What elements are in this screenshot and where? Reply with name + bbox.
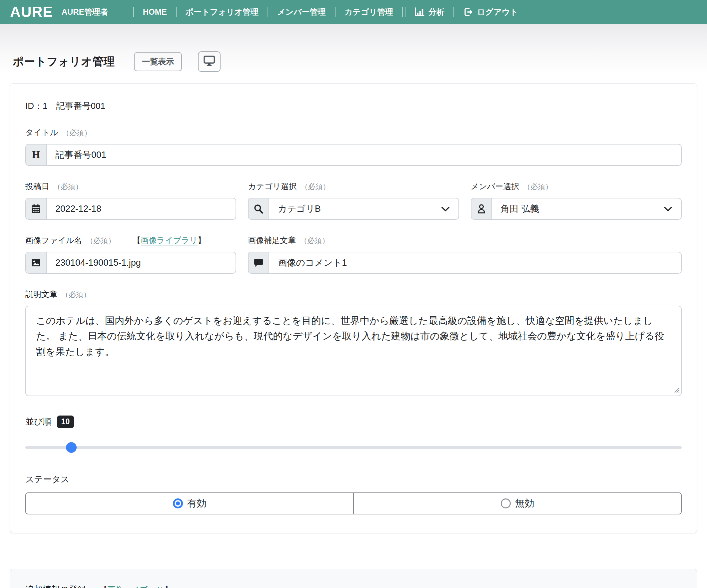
required-badge: （必須）	[53, 182, 82, 192]
bracket: 】	[164, 585, 172, 588]
title-label-text: タイトル	[25, 127, 58, 138]
bracket: 【	[133, 236, 141, 245]
post-date-label: 投稿日 （必須）	[25, 181, 236, 192]
required-badge: （必須）	[523, 182, 552, 192]
member-field: メンバー選択 （必須） 角田 弘義	[471, 181, 682, 220]
preview-button[interactable]	[198, 51, 221, 72]
post-date-input[interactable]	[47, 198, 236, 219]
sort-order-value-badge: 10	[57, 415, 74, 428]
member-label: メンバー選択 （必須）	[471, 181, 682, 192]
image-file-input-group	[25, 252, 236, 274]
category-label-text: カテゴリ選択	[248, 181, 297, 192]
title-input-group: H	[25, 144, 682, 166]
image-library-link[interactable]: 画像ライブラリ	[141, 236, 198, 245]
nav-divider	[453, 7, 454, 17]
nav-item-analytics[interactable]: 分析	[414, 7, 444, 17]
nav-divider	[268, 7, 268, 17]
sort-order-slider[interactable]	[25, 442, 682, 453]
nav-item-portfolio[interactable]: ポートフォリオ管理	[186, 7, 259, 17]
nav-divider	[405, 7, 405, 17]
admin-user-label: AURE管理者	[62, 7, 108, 17]
member-select-group: 角田 弘義	[471, 198, 682, 220]
image-file-label: 画像ファイル名 （必須） 【画像ライブラリ】	[25, 235, 236, 246]
bar-chart-icon	[414, 7, 425, 17]
description-label-text: 説明文章	[25, 289, 57, 300]
required-badge: （必須）	[301, 182, 330, 192]
bracket: 【	[100, 585, 108, 588]
image-caption-input[interactable]	[269, 252, 681, 273]
order-slider-thumb[interactable]	[66, 442, 77, 453]
description-field: 説明文章 （必須） このホテルは、国内外から多くのゲストをお迎えすることを目的に…	[25, 289, 682, 396]
description-textarea[interactable]: このホテルは、国内外から多くのゲストをお迎えすることを目的に、世界中から厳選した…	[25, 306, 682, 396]
heading-icon: H	[26, 145, 47, 165]
person-icon	[471, 198, 492, 219]
page-title: ポートフォリオ管理	[13, 54, 114, 69]
nav-divider	[335, 7, 336, 17]
extra-info-label: 追加情報の登録	[25, 584, 86, 588]
description-label: 説明文章 （必須）	[25, 289, 682, 300]
nav-analytics-label: 分析	[429, 7, 444, 17]
portfolio-form-card: ID：1 記事番号001 タイトル （必須） H 投稿日 （必須）	[10, 83, 697, 534]
member-select[interactable]: 角田 弘義	[492, 198, 681, 219]
logout-icon	[463, 7, 473, 17]
image-library-link-wrap: 【画像ライブラリ】	[133, 235, 206, 246]
status-label: ステータス	[25, 474, 682, 485]
category-label: カテゴリ選択 （必須）	[248, 181, 459, 192]
radio-selected-icon	[173, 499, 183, 508]
calendar-icon	[26, 198, 47, 219]
status-radio-group: 有効 無効	[25, 492, 682, 514]
sort-order-label: 並び順	[25, 416, 52, 428]
monitor-icon	[203, 55, 215, 68]
extra-image-library-link[interactable]: 画像ライブラリ	[108, 585, 165, 588]
title-field-label: タイトル （必須）	[25, 127, 682, 138]
required-badge: （必須）	[300, 236, 329, 246]
image-fields-row: 画像ファイル名 （必須） 【画像ライブラリ】 画像補足文章 （必須）	[25, 235, 682, 274]
member-selected-value: 角田 弘義	[501, 203, 660, 215]
nav-item-members[interactable]: メンバー管理	[277, 7, 326, 17]
extra-info-card: 追加情報の登録 【画像ライブラリ】	[10, 569, 697, 588]
list-view-button[interactable]: 一覧表示	[134, 52, 182, 71]
status-option-inactive[interactable]: 無効	[353, 493, 681, 514]
nav-divider	[133, 7, 134, 17]
search-icon	[248, 198, 269, 219]
nav-divider	[176, 7, 177, 17]
image-caption-label-text: 画像補足文章	[248, 235, 296, 246]
image-file-field: 画像ファイル名 （必須） 【画像ライブラリ】	[25, 235, 236, 274]
title-input[interactable]	[47, 145, 681, 165]
image-icon	[26, 252, 47, 273]
category-field: カテゴリ選択 （必須） カテゴリB	[248, 181, 459, 220]
status-option-active[interactable]: 有効	[26, 493, 353, 514]
radio-unselected-icon	[501, 499, 511, 508]
chevron-down-icon	[664, 204, 672, 214]
image-file-input[interactable]	[47, 252, 236, 273]
sort-order-header: 並び順 10	[25, 415, 682, 428]
nav-logout-label: ログアウト	[477, 7, 518, 17]
slider-track[interactable]	[25, 446, 682, 449]
extra-library-link-wrap: 【画像ライブラリ】	[100, 584, 173, 588]
status-active-label: 有効	[187, 497, 207, 510]
required-badge: （必須）	[62, 128, 91, 138]
nav-item-home[interactable]: HOME	[143, 7, 167, 16]
status-inactive-label: 無効	[515, 497, 534, 510]
category-select-group: カテゴリB	[248, 198, 459, 220]
resize-handle[interactable]	[672, 385, 680, 395]
member-label-text: メンバー選択	[471, 181, 519, 192]
meta-fields-row: 投稿日 （必須） カテゴリ選択 （必須） カテゴリB	[25, 181, 682, 220]
post-date-field: 投稿日 （必須）	[25, 181, 236, 220]
aure-logo[interactable]: AURE	[10, 4, 53, 20]
chevron-down-icon	[441, 204, 450, 214]
nav-item-logout[interactable]: ログアウト	[463, 7, 518, 17]
nav-item-categories[interactable]: カテゴリ管理	[344, 7, 393, 17]
post-date-label-text: 投稿日	[25, 181, 49, 192]
required-badge: （必須）	[61, 290, 91, 300]
category-selected-value: カテゴリB	[278, 203, 437, 215]
comment-icon	[248, 252, 269, 273]
required-badge: （必須）	[86, 236, 115, 246]
nav-divider	[402, 7, 403, 17]
image-caption-label: 画像補足文章 （必須）	[248, 235, 682, 246]
post-date-input-group	[25, 198, 236, 220]
category-select[interactable]: カテゴリB	[269, 198, 458, 219]
extra-info-header: 追加情報の登録 【画像ライブラリ】	[25, 584, 682, 588]
navbar: AURE AURE管理者 HOME ポートフォリオ管理 メンバー管理 カテゴリ管…	[0, 0, 707, 24]
image-file-label-text: 画像ファイル名	[25, 235, 82, 246]
